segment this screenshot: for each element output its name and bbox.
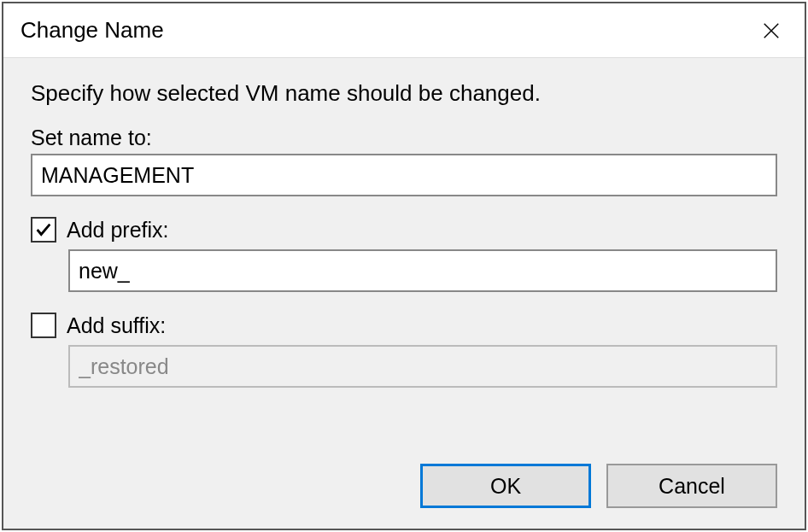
dialog-content: Specify how selected VM name should be c… xyxy=(3,58,805,453)
instruction-text: Specify how selected VM name should be c… xyxy=(31,80,777,107)
prefix-input[interactable] xyxy=(68,249,777,292)
dialog-title: Change Name xyxy=(20,17,164,44)
check-icon xyxy=(34,220,53,239)
close-icon xyxy=(762,21,781,40)
add-prefix-checkbox[interactable] xyxy=(31,217,56,243)
set-name-label: Set name to: xyxy=(31,126,777,150)
button-row: OK Cancel xyxy=(3,453,805,529)
add-suffix-label: Add suffix: xyxy=(67,313,166,338)
titlebar: Change Name xyxy=(3,3,805,58)
add-suffix-row: Add suffix: xyxy=(31,313,777,338)
set-name-input[interactable] xyxy=(31,154,777,196)
ok-button[interactable]: OK xyxy=(420,464,591,508)
close-button[interactable] xyxy=(752,11,791,50)
add-suffix-checkbox[interactable] xyxy=(31,313,56,338)
suffix-input[interactable] xyxy=(68,345,777,388)
add-prefix-row: Add prefix: xyxy=(31,217,777,243)
add-prefix-label: Add prefix: xyxy=(67,218,169,243)
cancel-button[interactable]: Cancel xyxy=(606,464,777,508)
change-name-dialog: Change Name Specify how selected VM name… xyxy=(2,2,806,530)
